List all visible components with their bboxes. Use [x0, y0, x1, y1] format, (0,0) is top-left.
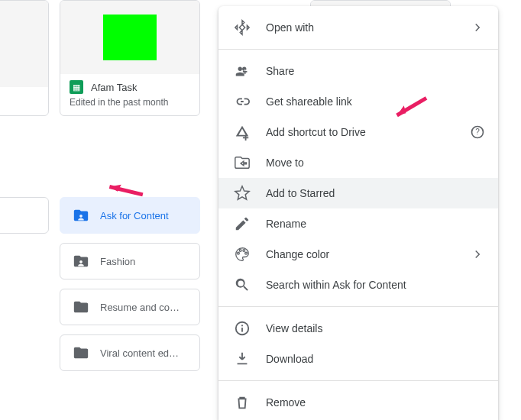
menu-label: View details: [266, 322, 486, 334]
star-icon: [234, 185, 251, 202]
download-icon: [234, 351, 251, 367]
svg-rect-3: [241, 328, 243, 332]
menu-label: Get shareable link: [266, 95, 486, 108]
folder-card-selected[interactable]: Ask for Content: [60, 197, 200, 234]
folder-card[interactable]: Fashion: [60, 243, 200, 279]
folder-icon: [73, 344, 89, 361]
context-menu: Open with Share Get shareable link Add s…: [218, 6, 498, 420]
menu-label: Download: [266, 353, 486, 365]
menu-view-details[interactable]: View details: [218, 313, 498, 344]
file-subtitle: Edited in the past month: [70, 97, 190, 108]
menu-label: Add to Starred: [266, 187, 486, 199]
drive-shortcut-icon: [234, 124, 251, 141]
help-icon[interactable]: ?: [469, 124, 486, 140]
file-preview: [0, 1, 48, 87]
shared-folder-icon: [73, 207, 89, 224]
folder-card[interactable]: Resume and co…: [60, 289, 200, 325]
folder-icon: [73, 299, 89, 315]
share-icon: [234, 63, 251, 79]
menu-search-within[interactable]: Search within Ask for Content: [218, 270, 498, 300]
link-icon: [234, 93, 251, 110]
menu-separator: [218, 380, 498, 381]
open-with-icon: [234, 19, 251, 36]
svg-text:?: ?: [475, 128, 480, 136]
menu-label: Remove: [266, 396, 486, 409]
search-icon: [234, 276, 251, 293]
menu-label: Change color: [266, 248, 454, 260]
menu-rename[interactable]: Rename: [218, 208, 498, 239]
move-to-icon: [234, 154, 251, 171]
shared-folder-icon: [73, 253, 89, 270]
palette-icon: [234, 246, 251, 263]
file-card[interactable]: …al St…: [0, 0, 49, 116]
svg-rect-4: [241, 325, 243, 326]
folder-title: Viral content ed…: [100, 347, 179, 359]
chevron-right-icon: [469, 247, 486, 261]
menu-open-with[interactable]: Open with: [218, 12, 498, 43]
menu-separator: [218, 306, 498, 307]
trash-icon: [234, 394, 251, 411]
folder-title: Fashion: [100, 256, 135, 267]
sheets-icon: ▦: [70, 80, 83, 94]
menu-label: Rename: [266, 218, 486, 230]
chevron-right-icon: [469, 21, 486, 34]
folder-title: Ask for Content: [100, 210, 169, 221]
menu-add-starred[interactable]: Add to Starred: [218, 178, 498, 208]
menu-label: Open with: [266, 21, 454, 34]
drive-bg: …al St… ▦ Afam Task Edited in the past m…: [0, 0, 521, 420]
folder-card[interactable]: Viral content ed…: [60, 334, 200, 371]
file-title: Afam Task: [91, 82, 137, 93]
info-icon: [234, 320, 251, 337]
menu-change-color[interactable]: Change color: [218, 239, 498, 270]
folder-title: Resume and co…: [100, 302, 180, 313]
menu-label: Share: [266, 65, 486, 77]
file-card[interactable]: ▦ Afam Task Edited in the past month: [60, 0, 200, 116]
menu-label: Search within Ask for Content: [266, 279, 486, 291]
menu-label: Add shortcut to Drive: [266, 126, 454, 138]
menu-add-shortcut[interactable]: Add shortcut to Drive ?: [218, 117, 498, 147]
folder-card[interactable]: …is auj…: [0, 197, 49, 234]
menu-download[interactable]: Download: [218, 344, 498, 374]
menu-remove[interactable]: Remove: [218, 387, 498, 418]
menu-separator: [218, 49, 498, 50]
menu-get-link[interactable]: Get shareable link: [218, 86, 498, 117]
file-preview: [60, 1, 199, 74]
menu-move-to[interactable]: Move to: [218, 147, 498, 178]
rename-icon: [234, 215, 251, 232]
menu-share[interactable]: Share: [218, 56, 498, 86]
menu-label: Move to: [266, 157, 486, 169]
